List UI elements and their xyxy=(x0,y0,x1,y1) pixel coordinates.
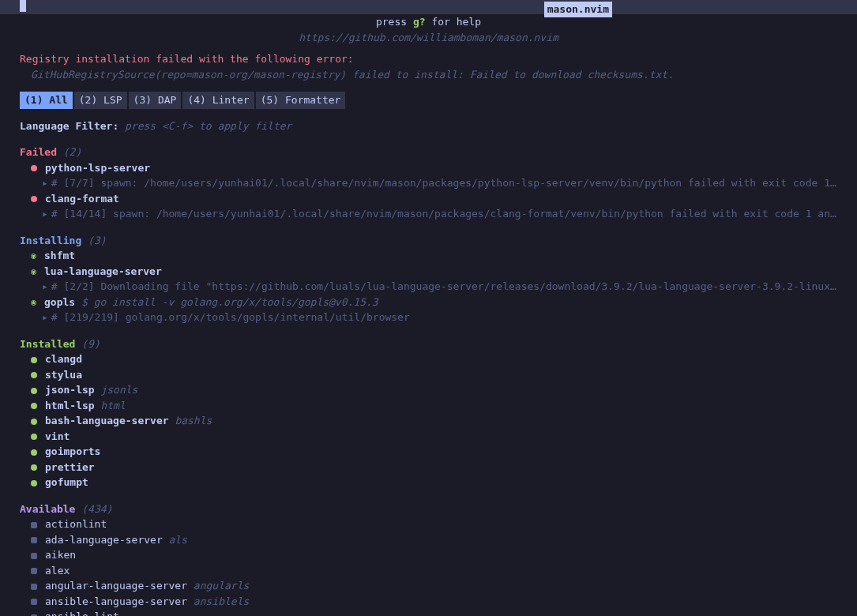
installed-item[interactable]: prettier xyxy=(31,460,837,475)
installing-item[interactable]: shfmt xyxy=(31,248,837,264)
package-name: clangd xyxy=(45,353,82,365)
failed-section: Failed (2) python-lsp-server▸# [7/7] spa… xyxy=(20,145,837,222)
installed-item[interactable]: json-lsp jsonls xyxy=(31,382,837,398)
help-key: g? xyxy=(413,16,426,28)
failed-count: (2) xyxy=(63,146,81,158)
available-count: (434) xyxy=(81,503,112,515)
pkg-icon xyxy=(31,599,37,605)
help-suffix: for help xyxy=(426,16,481,28)
pkg-icon xyxy=(31,568,37,574)
available-section: Available (434) actionlintada-language-s… xyxy=(20,501,837,617)
package-name: html-lsp xyxy=(45,400,95,411)
spinner-icon xyxy=(31,254,36,259)
failed-header: Failed (2) xyxy=(20,145,837,160)
package-alias: angularls xyxy=(194,580,249,592)
tab[interactable]: (3) DAP xyxy=(129,92,182,109)
package-alias: ansiblels xyxy=(194,595,249,607)
installed-item[interactable]: goimports xyxy=(31,444,837,460)
tab-bar: (1) All(2) LSP(3) DAP(4) Linter(5) Forma… xyxy=(20,92,837,109)
package-name: gofumpt xyxy=(45,476,88,488)
filter-label: Language Filter: xyxy=(20,120,118,132)
installing-item[interactable]: gopls $ go install -v golang.org/x/tools… xyxy=(31,295,837,310)
installing-count: (3) xyxy=(88,235,106,246)
ok-icon xyxy=(31,372,37,378)
install-cmd: $ go install -v golang.org/x/tools/gopls… xyxy=(81,296,378,308)
installed-item[interactable]: stylua xyxy=(31,367,837,383)
ok-icon xyxy=(31,480,37,486)
package-name: lua-language-server xyxy=(44,265,162,277)
cursor-icon xyxy=(20,0,26,12)
package-name: vint xyxy=(45,430,70,442)
ok-icon xyxy=(31,403,37,409)
installed-count: (9) xyxy=(81,338,100,350)
installing-section: Installing (3) shfmtlua-language-server▸… xyxy=(20,233,837,325)
app-title: mason.nvim xyxy=(544,2,612,17)
package-name: shfmt xyxy=(44,250,75,261)
package-name: goimports xyxy=(45,445,100,457)
available-item[interactable]: ansible-language-server ansiblels xyxy=(31,594,837,610)
installed-title: Installed xyxy=(20,338,75,350)
installing-item[interactable]: lua-language-server xyxy=(31,264,837,280)
failed-item[interactable]: python-lsp-server xyxy=(31,160,837,176)
log-line: ▸# [2/2] Downloading file "https://githu… xyxy=(42,279,837,295)
installed-header: Installed (9) xyxy=(20,336,837,352)
package-name: bash-language-server xyxy=(45,415,169,426)
package-name: json-lsp xyxy=(45,384,95,396)
package-name: ansible-language-server xyxy=(45,595,187,607)
expand-icon: ▸ xyxy=(42,208,48,220)
package-name: clang-format xyxy=(45,193,119,205)
expand-icon: ▸ xyxy=(42,280,48,292)
package-name: prettier xyxy=(45,461,95,473)
error-detail: GitHubRegistrySource(repo=mason-org/maso… xyxy=(31,67,837,83)
installed-section: Installed (9) clangdstyluajson-lsp jsonl… xyxy=(20,336,837,490)
spinner-icon xyxy=(31,269,36,275)
installed-item[interactable]: html-lsp html xyxy=(31,398,837,414)
package-name: aiken xyxy=(45,549,76,561)
package-name: gopls xyxy=(44,296,75,308)
tab[interactable]: (5) Formatter xyxy=(256,92,346,109)
ok-icon xyxy=(31,388,37,394)
package-alias: html xyxy=(100,400,125,411)
log-line: ▸# [219/219] golang.org/x/tools/gopls/in… xyxy=(42,310,837,325)
package-alias: als xyxy=(169,534,187,546)
repo-url: https://github.com/williamboman/mason.nv… xyxy=(20,30,837,46)
package-name: stylua xyxy=(45,369,82,381)
package-name: ansible-lint xyxy=(45,610,119,616)
installed-item[interactable]: vint xyxy=(31,429,837,445)
filter-hint: press <C-f> to apply filter xyxy=(125,120,291,132)
available-item[interactable]: ada-language-server als xyxy=(31,532,837,548)
ok-icon xyxy=(31,357,37,363)
help-hint: press g? for help xyxy=(20,14,837,30)
tab[interactable]: (1) All xyxy=(20,92,73,109)
failed-item[interactable]: clang-format xyxy=(31,191,837,207)
fail-icon xyxy=(31,165,37,171)
available-item[interactable]: alex xyxy=(31,563,837,579)
package-name: actionlint xyxy=(45,518,107,530)
available-item[interactable]: ansible-lint xyxy=(31,609,837,616)
available-item[interactable]: angular-language-server angularls xyxy=(31,578,837,594)
package-name: alex xyxy=(45,565,70,577)
expand-icon: ▸ xyxy=(42,311,48,323)
pkg-icon xyxy=(31,553,37,559)
available-item[interactable]: aiken xyxy=(31,547,837,563)
available-title: Available xyxy=(20,503,75,515)
ok-icon xyxy=(31,449,37,456)
installed-item[interactable]: clangd xyxy=(31,351,837,367)
installed-item[interactable]: bash-language-server bashls xyxy=(31,413,837,429)
pkg-icon xyxy=(31,522,37,528)
installed-item[interactable]: gofumpt xyxy=(31,475,837,490)
installing-title: Installing xyxy=(20,235,81,246)
failed-title: Failed xyxy=(20,146,57,158)
tab[interactable]: (4) Linter xyxy=(182,92,254,109)
error-header: Registry installation failed with the fo… xyxy=(20,51,837,67)
expand-icon: ▸ xyxy=(42,177,48,189)
tab[interactable]: (2) LSP xyxy=(74,92,127,109)
title-bar: mason.nvim xyxy=(0,0,857,14)
package-name: angular-language-server xyxy=(45,580,187,592)
log-line: ▸# [7/7] spawn: /home/users/yunhai01/.lo… xyxy=(42,175,837,191)
ok-icon xyxy=(31,464,37,471)
available-item[interactable]: actionlint xyxy=(31,516,837,532)
package-name: ada-language-server xyxy=(45,534,163,546)
package-alias: jsonls xyxy=(100,384,137,396)
language-filter: Language Filter: press <C-f> to apply fi… xyxy=(20,118,837,134)
